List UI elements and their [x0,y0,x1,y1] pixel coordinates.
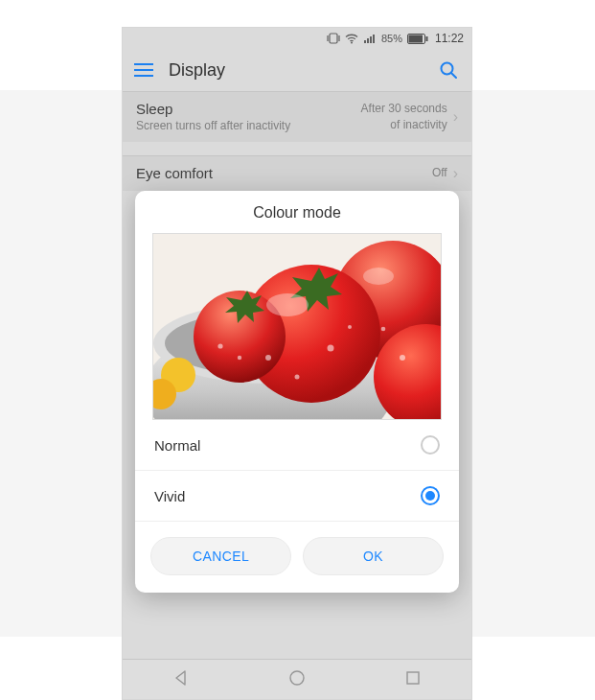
radio-selected-icon [421,486,440,505]
cancel-button[interactable]: CANCEL [150,537,291,575]
phone-frame: 85% 11:22 Display Sleep Screen turns off… [122,27,472,700]
svg-point-33 [348,325,352,329]
option-vivid[interactable]: Vivid [135,471,459,522]
dialog-title: Colour mode [135,191,459,233]
svg-point-28 [266,293,309,316]
svg-point-37 [381,327,386,332]
option-normal[interactable]: Normal [135,420,459,471]
option-normal-label: Normal [154,437,200,454]
tomatoes-illustration [153,234,441,419]
svg-point-36 [400,355,405,361]
svg-point-31 [295,375,300,380]
option-vivid-label: Vivid [154,488,185,504]
radio-unselected-icon [421,435,440,455]
svg-point-34 [238,356,241,360]
svg-point-29 [363,268,394,285]
preview-image [152,233,442,420]
ok-button[interactable]: OK [303,537,444,575]
colour-mode-dialog: Colour mode [135,191,459,593]
svg-point-35 [217,343,222,348]
svg-point-30 [265,355,271,361]
dialog-actions: CANCEL OK [135,522,459,579]
svg-point-32 [328,345,334,352]
